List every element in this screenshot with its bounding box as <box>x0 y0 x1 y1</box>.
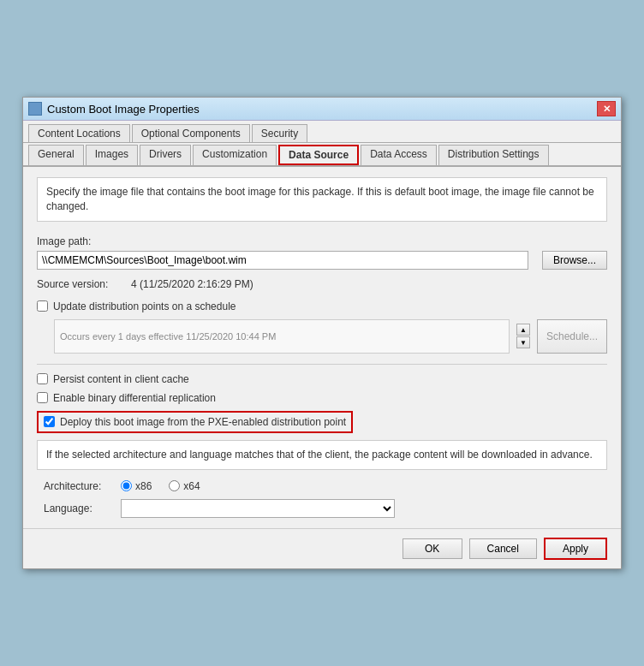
arch-x64-radio[interactable] <box>169 480 180 491</box>
tab-drivers[interactable]: Drivers <box>140 145 191 165</box>
schedule-text-box: Occurs every 1 days effective 11/25/2020… <box>54 319 607 354</box>
arch-x86-label: x86 <box>135 480 152 492</box>
tab-general[interactable]: General <box>28 145 84 165</box>
architecture-label: Architecture: <box>44 480 121 492</box>
binary-diff-label[interactable]: Enable binary differential replication <box>53 392 216 404</box>
main-window: Custom Boot Image Properties ✕ Content L… <box>22 97 622 568</box>
binary-diff-row: Enable binary differential replication <box>37 392 607 404</box>
arch-x64-label: x64 <box>183 480 200 492</box>
schedule-button[interactable]: Schedule... <box>537 319 607 354</box>
image-path-input[interactable] <box>37 251 528 270</box>
tab-images[interactable]: Images <box>86 145 138 165</box>
scroll-buttons: ▲ ▼ <box>516 324 530 348</box>
pxe-deploy-checkbox[interactable] <box>44 416 55 427</box>
update-schedule-checkbox[interactable] <box>37 300 48 312</box>
source-version-value: 4 (11/25/2020 2:16:29 PM) <box>131 278 253 290</box>
pxe-deploy-label[interactable]: Deploy this boot image from the PXE-enab… <box>60 416 346 428</box>
tab-data-source[interactable]: Data Source <box>278 145 359 165</box>
tab-row-1: Content Locations Optional Components Se… <box>23 121 621 143</box>
cancel-button[interactable]: Cancel <box>469 538 537 559</box>
close-button[interactable]: ✕ <box>597 101 616 116</box>
image-path-row: Image path: Browse... <box>37 235 607 270</box>
schedule-description: Occurs every 1 days effective 11/25/2020… <box>54 319 510 354</box>
tab-row-2: General Images Drivers Customization Dat… <box>23 143 621 167</box>
window-icon <box>28 102 42 116</box>
source-version-row: Source version: 4 (11/25/2020 2:16:29 PM… <box>37 278 607 290</box>
tab-content: Specify the image file that contains the… <box>23 167 621 527</box>
browse-button[interactable]: Browse... <box>542 251 607 270</box>
persist-cache-checkbox[interactable] <box>37 373 48 384</box>
architecture-radio-group: x86 x64 <box>121 480 200 492</box>
scroll-down-button[interactable]: ▼ <box>516 336 530 348</box>
architecture-row: Architecture: x86 x64 <box>44 480 607 492</box>
title-bar-left: Custom Boot Image Properties <box>28 102 200 116</box>
tab-security[interactable]: Security <box>252 124 307 142</box>
update-schedule-row: Update distribution points on a schedule <box>37 300 607 312</box>
language-row: Language: <box>44 499 607 518</box>
ok-button[interactable]: OK <box>402 538 462 559</box>
tab-content-locations[interactable]: Content Locations <box>28 124 130 142</box>
tab-optional-components[interactable]: Optional Components <box>132 124 250 142</box>
pxe-deploy-row: Deploy this boot image from the PXE-enab… <box>37 411 353 433</box>
source-version-label: Source version: <box>37 278 131 290</box>
language-select[interactable] <box>121 499 395 518</box>
tab-distribution-settings[interactable]: Distribution Settings <box>438 145 549 165</box>
persist-cache-row: Persist content in client cache <box>37 373 607 385</box>
apply-button[interactable]: Apply <box>544 538 607 560</box>
arch-x86-option[interactable]: x86 <box>121 480 152 492</box>
arch-x86-radio[interactable] <box>121 480 132 491</box>
description-text: Specify the image file that contains the… <box>37 177 607 222</box>
tab-data-access[interactable]: Data Access <box>361 145 437 165</box>
language-label: Language: <box>44 502 121 514</box>
pxe-info-text: If the selected architecture and languag… <box>37 440 607 470</box>
persist-cache-label[interactable]: Persist content in client cache <box>53 373 189 385</box>
schedule-area: Occurs every 1 days effective 11/25/2020… <box>54 319 607 354</box>
window-title: Custom Boot Image Properties <box>47 103 200 116</box>
binary-diff-checkbox[interactable] <box>37 392 48 403</box>
bottom-buttons: OK Cancel Apply <box>23 528 621 568</box>
image-path-label: Image path: <box>37 235 607 247</box>
title-bar: Custom Boot Image Properties ✕ <box>23 98 621 121</box>
tab-customization[interactable]: Customization <box>193 145 277 165</box>
update-schedule-label[interactable]: Update distribution points on a schedule <box>53 300 236 312</box>
scroll-up-button[interactable]: ▲ <box>516 324 530 336</box>
arch-x64-option[interactable]: x64 <box>169 480 200 492</box>
divider-1 <box>37 364 607 365</box>
arch-lang-section: Architecture: x86 x64 Language: <box>37 480 607 518</box>
